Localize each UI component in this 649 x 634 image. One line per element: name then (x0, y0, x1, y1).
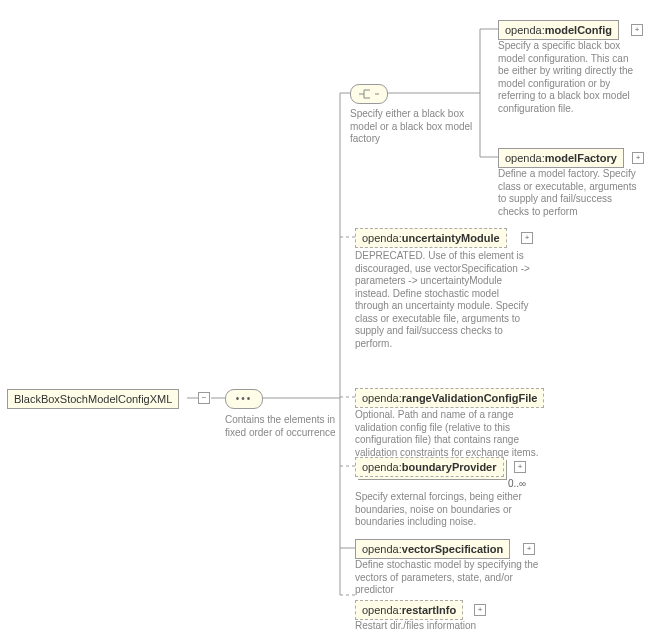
model-factory-desc: Define a model factory. Specify class or… (498, 168, 638, 218)
model-factory-expand[interactable]: + (632, 152, 644, 164)
restart-info-expand[interactable]: + (474, 604, 486, 616)
model-config-name: modelConfig (545, 24, 612, 36)
restart-info-element[interactable]: openda:restartInfo (355, 600, 463, 620)
model-config-element[interactable]: openda:modelConfig (498, 20, 619, 40)
sequence-desc: Contains the elements in fixed order of … (225, 414, 355, 439)
boundary-provider-expand[interactable]: + (514, 461, 526, 473)
boundary-provider-element[interactable]: openda:boundaryProvider (355, 457, 504, 477)
root-collapse-box[interactable]: − (198, 392, 210, 404)
choice-desc: Specify either a black box model or a bl… (350, 108, 476, 146)
choice-icon (357, 88, 381, 100)
vector-specification-element[interactable]: openda:vectorSpecification (355, 539, 510, 559)
model-config-expand[interactable]: + (631, 24, 643, 36)
boundary-provider-name: boundaryProvider (402, 461, 497, 473)
model-factory-element[interactable]: openda:modelFactory (498, 148, 624, 168)
restart-info-desc: Restart dir./files information (355, 620, 525, 633)
boundary-provider-prefix: openda: (362, 461, 402, 473)
vector-specification-expand[interactable]: + (523, 543, 535, 555)
boundary-provider-desc: Specify external forcings, being either … (355, 491, 535, 529)
range-validation-name: rangeValidationConfigFile (402, 392, 538, 404)
uncertainty-module-desc: DEPRECATED. Use of this element is disco… (355, 250, 533, 350)
restart-info-name: restartInfo (402, 604, 456, 616)
vector-specification-desc: Define stochastic model by specifying th… (355, 559, 540, 597)
model-config-desc: Specify a specific black box model confi… (498, 40, 638, 115)
range-validation-prefix: openda: (362, 392, 402, 404)
root-element[interactable]: BlackBoxStochModelConfigXML (7, 389, 179, 409)
boundary-provider-mult: 0..∞ (508, 478, 526, 489)
choice-compositor[interactable] (350, 84, 388, 104)
model-factory-name: modelFactory (545, 152, 617, 164)
uncertainty-module-prefix: openda: (362, 232, 402, 244)
vector-spec-prefix: openda: (362, 543, 402, 555)
root-label: BlackBoxStochModelConfigXML (14, 393, 172, 405)
sequence-compositor[interactable]: ••• (225, 389, 263, 409)
uncertainty-module-element[interactable]: openda:uncertaintyModule (355, 228, 507, 248)
restart-info-prefix: openda: (362, 604, 402, 616)
model-config-prefix: openda: (505, 24, 545, 36)
sequence-icon: ••• (236, 394, 253, 404)
model-factory-prefix: openda: (505, 152, 545, 164)
range-validation-desc: Optional. Path and name of a range valid… (355, 409, 545, 459)
uncertainty-module-name: uncertaintyModule (402, 232, 500, 244)
vector-spec-name: vectorSpecification (402, 543, 503, 555)
range-validation-element[interactable]: openda:rangeValidationConfigFile (355, 388, 544, 408)
uncertainty-module-expand[interactable]: + (521, 232, 533, 244)
